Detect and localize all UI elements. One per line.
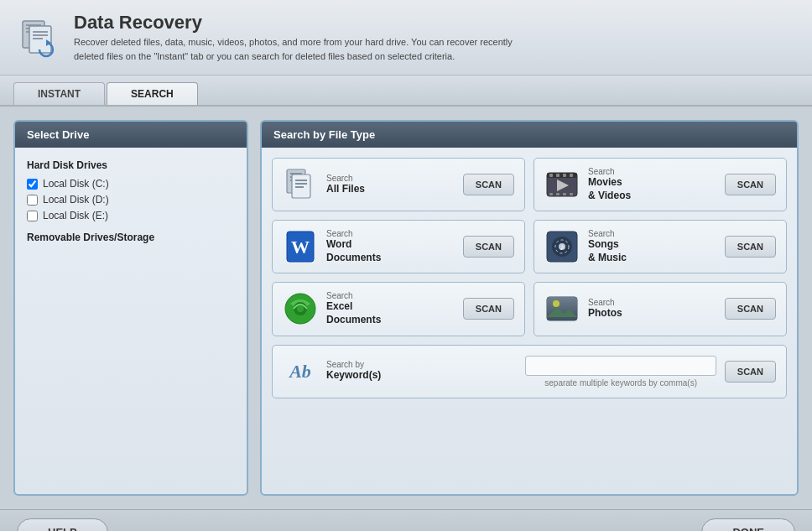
app-title: Data Recovery (74, 12, 535, 34)
svg-text:♪: ♪ (560, 242, 565, 252)
movies-type-name: Movies& Videos (588, 176, 716, 202)
photos-scan-button[interactable]: SCAN (725, 298, 776, 320)
movies-label: Search Movies& Videos (588, 167, 716, 202)
drive-e[interactable]: Local Disk (E:) (27, 210, 235, 221)
svg-rect-21 (563, 174, 566, 177)
svg-rect-25 (563, 193, 566, 195)
keyword-scan-button[interactable]: SCAN (725, 361, 776, 383)
songs-label: Search Songs& Music (588, 229, 716, 264)
keyword-hint: separate multiple keywords by comma(s) (525, 378, 716, 388)
photos-search-text: Search (588, 298, 716, 307)
word-icon: W (283, 229, 318, 264)
photos-icon (544, 291, 580, 326)
word-card: W Search WordDocuments SCAN (272, 220, 525, 273)
word-label: Search WordDocuments (326, 229, 455, 264)
movies-card: Search Movies& Videos SCAN (534, 158, 787, 211)
word-type-name: WordDocuments (326, 238, 455, 264)
all-files-card: Search All Files SCAN (272, 158, 525, 211)
drive-d-label: Local Disk (D:) (43, 194, 109, 206)
header-text-block: Data Recovery Recover deleted files, dat… (74, 12, 535, 63)
all-files-scan-button[interactable]: SCAN (463, 174, 514, 195)
right-panel: Search by File Type (260, 120, 799, 496)
movies-icon (544, 167, 580, 202)
svg-rect-22 (570, 174, 573, 177)
excel-icon (283, 291, 318, 326)
tab-instant[interactable]: INSTANT (13, 82, 105, 105)
excel-search-text: Search (326, 291, 455, 300)
svg-point-40 (553, 300, 560, 307)
all-files-search-text: Search (326, 174, 455, 183)
svg-rect-19 (549, 174, 553, 177)
keyword-icon: Ab (283, 354, 318, 389)
svg-rect-23 (549, 193, 553, 195)
removable-drives-label: Removable Drives/Storage (27, 232, 235, 243)
file-types-grid: Search All Files SCAN (262, 148, 797, 409)
drives-body: Hard Disk Drives Local Disk (C:) Local D… (15, 148, 247, 255)
movies-search-text: Search (588, 167, 716, 176)
svg-point-37 (297, 305, 304, 312)
main-content: Select Drive Hard Disk Drives Local Disk… (0, 107, 812, 509)
photos-card: Search Photos SCAN (534, 282, 787, 336)
songs-type-name: Songs& Music (588, 238, 716, 264)
excel-type-name: ExcelDocuments (326, 300, 455, 326)
hard-disk-label: Hard Disk Drives (27, 159, 235, 171)
tab-search[interactable]: SEARCH (107, 82, 198, 105)
keyword-input[interactable] (525, 356, 716, 376)
tabs-bar: INSTANT SEARCH (0, 75, 812, 107)
keyword-label: Search by Keyword(s) (326, 360, 517, 383)
songs-card: ♪ Search Songs& Music SCAN (534, 220, 787, 273)
left-panel: Select Drive Hard Disk Drives Local Disk… (13, 120, 248, 496)
keyword-search-text: Search by (326, 360, 517, 369)
word-scan-button[interactable]: SCAN (463, 236, 514, 258)
songs-scan-button[interactable]: SCAN (725, 236, 776, 258)
all-files-type-name: All Files (326, 183, 455, 196)
help-button[interactable]: HELP (17, 518, 108, 531)
svg-rect-5 (33, 31, 48, 33)
songs-search-text: Search (588, 229, 716, 238)
word-search-text: Search (326, 229, 455, 238)
drive-e-checkbox[interactable] (27, 211, 38, 221)
drive-c[interactable]: Local Disk (C:) (27, 178, 235, 190)
svg-rect-7 (33, 38, 43, 39)
songs-icon: ♪ (544, 229, 580, 264)
all-files-label: Search All Files (326, 174, 455, 196)
drive-c-label: Local Disk (C:) (43, 178, 109, 190)
all-files-icon (283, 167, 318, 202)
select-drive-title: Select Drive (15, 122, 247, 148)
svg-rect-15 (295, 183, 307, 185)
svg-rect-20 (556, 174, 560, 177)
excel-card: Search ExcelDocuments SCAN (272, 282, 525, 336)
done-button[interactable]: DONE (701, 518, 795, 531)
footer: HELP DONE (0, 509, 812, 531)
photos-label: Search Photos (588, 298, 716, 320)
svg-text:W: W (291, 237, 310, 258)
keyword-input-wrap: separate multiple keywords by comma(s) (525, 356, 716, 388)
excel-label: Search ExcelDocuments (326, 291, 455, 326)
search-file-type-title: Search by File Type (262, 122, 797, 148)
keyword-card: Ab Search by Keyword(s) separate multipl… (272, 345, 787, 398)
drive-d-checkbox[interactable] (27, 195, 38, 206)
drive-d[interactable]: Local Disk (D:) (27, 194, 235, 206)
svg-rect-26 (570, 193, 573, 195)
app-description: Recover deleted files, data, music, vide… (74, 35, 535, 63)
drive-e-label: Local Disk (E:) (43, 210, 108, 221)
app-icon (17, 17, 59, 59)
movies-scan-button[interactable]: SCAN (725, 174, 776, 195)
keyword-type-name: Keyword(s) (326, 369, 517, 383)
photos-type-name: Photos (588, 307, 716, 320)
drive-c-checkbox[interactable] (27, 179, 38, 190)
excel-scan-button[interactable]: SCAN (463, 298, 514, 320)
svg-rect-24 (556, 193, 560, 195)
svg-rect-6 (33, 34, 48, 36)
svg-rect-16 (295, 186, 304, 188)
svg-rect-14 (295, 180, 307, 181)
app-header: Data Recovery Recover deleted files, dat… (0, 0, 812, 75)
